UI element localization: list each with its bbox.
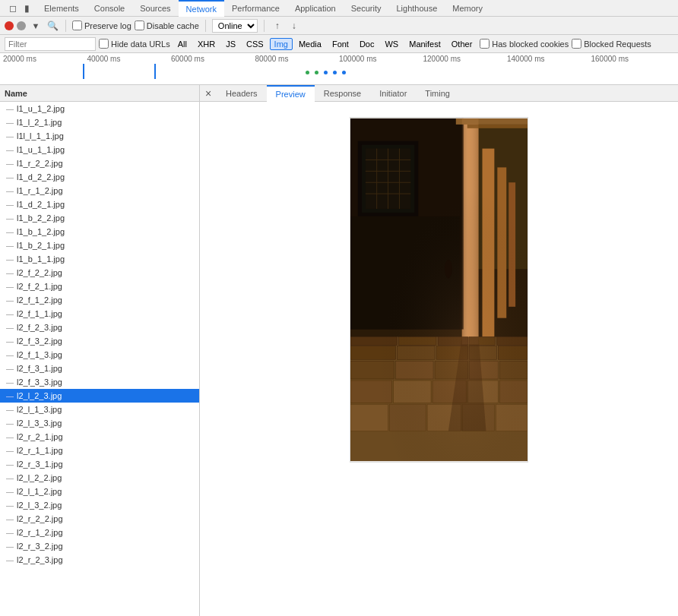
file-item-dash: — — [6, 447, 14, 455]
file-item[interactable]: —l1_b_1_1.jpg — [0, 252, 199, 266]
filter-icon[interactable]: ▼ — [29, 19, 43, 33]
preserve-log-checkbox[interactable] — [72, 21, 82, 30]
tab-memory[interactable]: Memory — [445, 0, 490, 17]
detail-tab-headers[interactable]: Headers — [217, 85, 267, 102]
timeline[interactable]: 20000 ms 40000 ms 60000 ms 80000 ms 1000… — [0, 53, 678, 85]
file-item[interactable]: —l1_b_2_2.jpg — [0, 211, 199, 225]
throttle-select[interactable]: Online — [212, 19, 258, 33]
tab-sources[interactable]: Sources — [132, 0, 178, 17]
tab-performance[interactable]: Performance — [224, 0, 287, 17]
preview-image — [350, 117, 528, 463]
file-item[interactable]: —l2_l_3_2.jpg — [0, 498, 199, 512]
file-item[interactable]: —l2_r_2_3.jpg — [0, 553, 199, 567]
tab-console[interactable]: Console — [87, 0, 132, 17]
file-item[interactable]: —l2_l_1_3.jpg — [0, 403, 199, 416]
file-item-label: l2_f_3_2.jpg — [17, 336, 62, 346]
file-item[interactable]: —l1_r_2_2.jpg — [0, 156, 199, 170]
file-item[interactable]: —l1_u_1_2.jpg — [0, 102, 199, 115]
tab-application[interactable]: Application — [287, 0, 344, 17]
file-list-scroll[interactable]: —l1_u_1_2.jpg—l1_l_2_1.jpg—l1l_l_1_1.jpg… — [0, 102, 199, 616]
file-item[interactable]: —l1l_l_1_1.jpg — [0, 129, 199, 143]
device-icon[interactable]: ▮ — [20, 2, 33, 15]
blocked-requests-checkbox[interactable] — [572, 39, 581, 49]
file-item-dash: — — [6, 365, 14, 373]
file-item[interactable]: —l1_u_1_1.jpg — [0, 143, 199, 156]
file-item[interactable]: —l2_l_3_3.jpg — [0, 416, 199, 430]
file-item[interactable]: —l2_r_2_2.jpg — [0, 512, 199, 526]
tab-lighthouse[interactable]: Lighthouse — [388, 0, 445, 17]
blocked-requests-label[interactable]: Blocked Requests — [572, 39, 651, 49]
record-button[interactable] — [5, 21, 14, 30]
file-item[interactable]: —l1_l_2_1.jpg — [0, 115, 199, 129]
file-item[interactable]: —l1_r_1_2.jpg — [0, 184, 199, 197]
file-item[interactable]: —l2_f_2_1.jpg — [0, 280, 199, 293]
file-item[interactable]: —l2_l_2_3.jpg — [0, 389, 199, 403]
disable-cache-checkbox[interactable] — [135, 21, 144, 30]
file-item[interactable]: —l1_b_1_2.jpg — [0, 225, 199, 239]
filter-xhr[interactable]: XHR — [193, 38, 220, 50]
filter-img[interactable]: Img — [270, 38, 293, 50]
filter-input[interactable] — [5, 37, 96, 51]
file-item-dash: — — [6, 529, 14, 537]
file-item-label: l1_b_2_1.jpg — [17, 241, 65, 250]
file-item-dash: — — [6, 118, 14, 127]
file-item-label: l2_l_3_2.jpg — [17, 501, 62, 510]
file-item[interactable]: —l2_f_1_2.jpg — [0, 293, 199, 307]
file-item[interactable]: —l2_r_3_2.jpg — [0, 539, 199, 553]
file-item[interactable]: —l1_b_2_1.jpg — [0, 239, 199, 252]
file-item-dash: — — [6, 310, 14, 318]
detail-tab-response[interactable]: Response — [315, 85, 371, 102]
tab-network[interactable]: Network — [179, 0, 224, 17]
preserve-log-label[interactable]: Preserve log — [72, 21, 131, 30]
filter-font[interactable]: Font — [328, 38, 353, 50]
filter-js[interactable]: JS — [221, 38, 240, 50]
filter-media[interactable]: Media — [294, 38, 326, 50]
separator — [65, 20, 66, 32]
filter-ws[interactable]: WS — [380, 38, 403, 50]
file-item[interactable]: —l2_f_3_1.jpg — [0, 362, 199, 375]
file-item-label: l1_d_2_2.jpg — [17, 172, 65, 182]
file-item-label: l2_f_2_3.jpg — [17, 323, 62, 332]
file-item[interactable]: —l2_f_1_1.jpg — [0, 307, 199, 321]
hide-data-urls-label[interactable]: Hide data URLs — [99, 39, 170, 49]
file-item[interactable]: —l1_d_2_1.jpg — [0, 197, 199, 211]
detail-tab-initiator[interactable]: Initiator — [370, 85, 416, 102]
file-item[interactable]: —l2_r_1_1.jpg — [0, 444, 199, 457]
search-icon[interactable]: 🔍 — [46, 19, 59, 33]
file-item-dash: — — [6, 392, 14, 400]
file-item[interactable]: —l2_f_3_3.jpg — [0, 375, 199, 389]
disable-cache-label[interactable]: Disable cache — [135, 21, 199, 30]
filter-all[interactable]: All — [173, 38, 192, 50]
filter-doc[interactable]: Doc — [355, 38, 379, 50]
import-icon[interactable]: ↑ — [271, 19, 284, 33]
filter-manifest[interactable]: Manifest — [404, 38, 445, 50]
timeline-label-6: 140000 ms — [507, 55, 591, 63]
file-item[interactable]: —l2_f_2_2.jpg — [0, 266, 199, 280]
export-icon[interactable]: ↓ — [287, 19, 301, 33]
file-item-dash: — — [6, 474, 14, 482]
hide-data-urls-checkbox[interactable] — [99, 39, 109, 49]
file-item-dash: — — [6, 542, 14, 551]
file-item[interactable]: —l1_d_2_2.jpg — [0, 170, 199, 184]
clear-button[interactable] — [17, 21, 26, 30]
tab-security[interactable]: Security — [344, 0, 389, 17]
file-item[interactable]: —l2_l_1_2.jpg — [0, 485, 199, 498]
has-blocked-cookies-checkbox[interactable] — [480, 39, 489, 49]
file-item[interactable]: —l2_r_2_1.jpg — [0, 430, 199, 444]
file-item-dash: — — [6, 173, 14, 182]
filter-css[interactable]: CSS — [242, 38, 268, 50]
inspect-icon[interactable]: ◻ — [6, 2, 20, 15]
file-item[interactable]: —l2_l_2_2.jpg — [0, 471, 199, 485]
detail-tab-preview[interactable]: Preview — [267, 85, 315, 102]
detail-close-button[interactable]: × — [200, 85, 217, 102]
file-item[interactable]: —l2_f_2_3.jpg — [0, 321, 199, 334]
tab-elements[interactable]: Elements — [36, 0, 87, 17]
file-item-label: l1_l_2_1.jpg — [17, 118, 62, 127]
file-item[interactable]: —l2_r_3_1.jpg — [0, 457, 199, 471]
file-item[interactable]: —l2_r_1_2.jpg — [0, 526, 199, 539]
has-blocked-cookies-label[interactable]: Has blocked cookies — [480, 39, 569, 49]
detail-tab-timing[interactable]: Timing — [416, 85, 459, 102]
file-item[interactable]: —l2_f_3_2.jpg — [0, 334, 199, 348]
filter-other[interactable]: Other — [447, 38, 477, 50]
file-item[interactable]: —l2_f_1_3.jpg — [0, 348, 199, 362]
